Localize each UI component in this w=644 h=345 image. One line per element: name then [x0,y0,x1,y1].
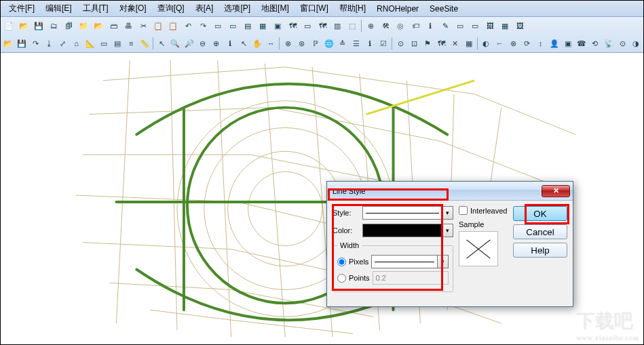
toolbar-button[interactable]: ▦ [256,19,269,33]
toolbar-button[interactable]: ⊗ [282,37,294,50]
points-radio[interactable] [337,274,346,283]
toolbar-button[interactable]: 🌐 [323,37,335,50]
toolbar-button[interactable]: ✋ [251,37,263,50]
style-dropdown[interactable]: ▾ [362,206,453,220]
toolbar-button[interactable]: ▦ [498,19,512,33]
toolbar-button[interactable]: 🔎 [183,37,195,50]
toolbar-button[interactable]: ← [493,37,506,50]
menu-window[interactable]: 窗口[W] [295,1,334,16]
toolbar-button[interactable]: 💾 [16,37,28,50]
interleaved-checkbox[interactable] [459,206,468,215]
color-dropdown[interactable]: ▾ [362,224,453,237]
toolbar-button[interactable]: 🗐 [62,19,75,33]
toolbar-button[interactable]: 🗺 [436,37,448,50]
toolbar-button[interactable]: 📋 [151,19,165,33]
toolbar-button[interactable]: 🏷 [409,19,422,33]
toolbar-button[interactable]: ↷ [29,37,41,50]
toolbar-button[interactable]: ☑ [377,37,390,50]
toolbar-button[interactable]: ▭ [211,19,225,33]
toolbar-button[interactable]: ↖ [238,37,250,50]
toolbar-button[interactable]: ⟳ [520,37,533,50]
toolbar-button[interactable]: ↕ [534,37,546,50]
toolbar-button[interactable]: ⊙ [616,37,628,50]
toolbar-button[interactable]: 📋 [166,19,180,33]
toolbar-button[interactable]: ↖ [155,37,168,50]
toolbar-button[interactable]: ▭ [453,19,467,33]
help-button[interactable]: Help [513,243,567,258]
ok-button[interactable]: OK [513,206,567,221]
toolbar-button[interactable]: 🔍 [169,37,181,50]
menu-rnohelper[interactable]: RNOHelper [371,3,424,15]
toolbar-button[interactable]: ⌂ [71,37,83,50]
toolbar-button[interactable]: ℹ [423,19,437,33]
toolbar-button[interactable]: ▭ [98,37,110,50]
toolbar-button[interactable]: 💾 [32,19,45,33]
toolbar-button[interactable]: ✎ [438,19,452,33]
menu-tools[interactable]: 工具[T] [77,1,114,16]
toolbar-button[interactable]: ↶ [181,19,195,33]
dialog-titlebar[interactable]: Line Style ✕ [327,182,573,201]
toolbar-button[interactable]: ▭ [468,19,482,33]
menu-table[interactable]: 表[A] [190,1,219,16]
toolbar-button[interactable]: ℹ [364,37,376,50]
toolbar-button[interactable]: ✂ [136,19,150,33]
toolbar-button[interactable]: ⭳ [43,37,55,50]
pixels-radio[interactable] [337,258,346,266]
toolbar-button[interactable]: 🛠 [379,19,392,33]
menu-seesite[interactable]: SeeSite [424,3,463,15]
toolbar-button[interactable]: ≡ [125,37,137,50]
toolbar-button[interactable]: ▥ [330,19,344,33]
toolbar-button[interactable]: ≛ [337,37,349,50]
toolbar-button[interactable]: 📄 [2,19,16,33]
toolbar-button[interactable]: ☰ [350,37,362,50]
menu-query[interactable]: 查询[Q] [152,1,190,16]
toolbar-button[interactable]: ⊙ [394,37,406,50]
toolbar-button[interactable]: ☎ [575,37,588,50]
toolbar-button[interactable]: ▤ [111,37,124,50]
toolbar-button[interactable]: 📂 [17,19,31,33]
toolbar-button[interactable]: 🗺 [316,19,329,33]
menu-help[interactable]: 帮助[H] [334,1,371,16]
toolbar-button[interactable]: 👤 [548,37,560,50]
toolbar-button[interactable]: ↔ [265,37,277,50]
toolbar-button[interactable]: ⬚ [345,19,359,33]
toolbar-button[interactable]: 📂 [92,19,105,33]
toolbar-button[interactable]: ◑ [630,37,642,50]
toolbar-button[interactable]: ▤ [241,19,254,33]
toolbar-button[interactable]: ▣ [562,37,574,50]
toolbar-button[interactable]: 🖽 [483,19,497,33]
toolbar-button[interactable]: ▦ [463,37,475,50]
menu-edit[interactable]: 编辑[E] [40,1,77,16]
toolbar-button[interactable]: ⟲ [589,37,601,50]
toolbar-button[interactable]: 🖼 [513,19,527,33]
menu-object[interactable]: 对象[O] [114,1,152,16]
pixels-dropdown[interactable]: ▾ [371,255,449,268]
toolbar-button[interactable]: 🗺 [286,19,299,33]
toolbar-button[interactable]: ◎ [394,19,407,33]
toolbar-button[interactable]: 🗂 [47,19,60,33]
toolbar-button[interactable]: 📡 [603,37,615,50]
cancel-button[interactable]: Cancel [513,224,567,239]
toolbar-button[interactable]: ▭ [301,19,314,33]
toolbar-button[interactable]: ⤢ [57,37,69,50]
toolbar-button[interactable]: ⊗ [507,37,519,50]
toolbar-button[interactable]: ⚑ [421,37,434,50]
menu-map[interactable]: 地图[M] [256,1,295,16]
toolbar-button[interactable]: ↷ [196,19,210,33]
toolbar-button[interactable]: ◐ [480,37,492,50]
toolbar-button[interactable]: ℙ [309,37,322,50]
toolbar-button[interactable]: ⊛ [295,37,307,50]
menu-file[interactable]: 文件[F] [3,1,40,16]
toolbar-button[interactable]: 🖶 [121,19,135,33]
toolbar-button[interactable]: 📂 [2,37,14,50]
toolbar-button[interactable]: ℹ [224,37,236,50]
toolbar-button[interactable]: ▭ [226,19,240,33]
toolbar-button[interactable]: ⊡ [408,37,420,50]
toolbar-button[interactable]: ▣ [271,19,284,33]
toolbar-button[interactable]: 🗃 [107,19,120,33]
menu-options[interactable]: 选项[P] [219,1,256,16]
toolbar-button[interactable]: ⊖ [197,37,209,50]
toolbar-button[interactable]: ⊕ [210,37,223,50]
toolbar-button[interactable]: 📁 [77,19,90,33]
toolbar-button[interactable]: 📐 [84,37,96,50]
